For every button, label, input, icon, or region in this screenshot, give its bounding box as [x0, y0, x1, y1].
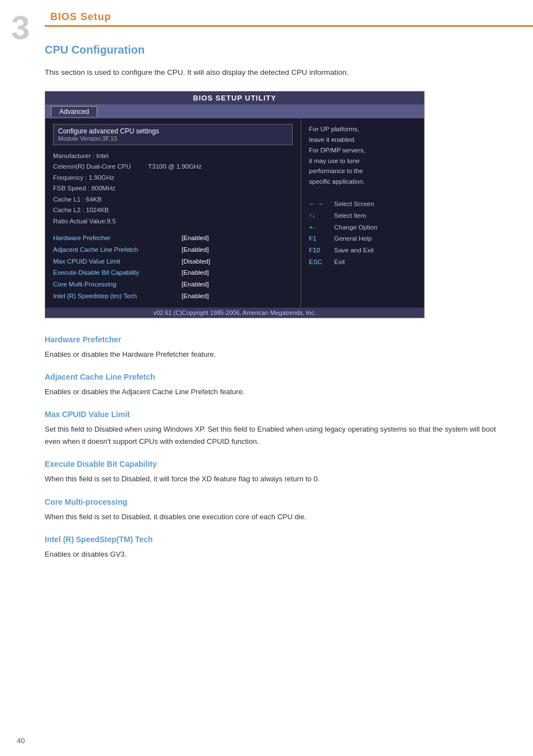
bios-feature-value: [Enabled]	[182, 267, 209, 279]
main-content: CPU Configuration This section is used t…	[45, 44, 511, 561]
bios-feature-label: Intel (R) Speedstep (tm) Tech	[53, 290, 182, 302]
bios-key: +-	[309, 222, 334, 233]
bios-key: ← →	[309, 198, 334, 210]
bios-configure-block: Configure advanced CPU settings Module V…	[53, 124, 293, 145]
bios-feature-label: Hardware Prefecher	[53, 232, 182, 244]
bios-right-panel: For UP platforms,leave it enabled.For DP…	[301, 118, 424, 308]
bios-info-label: Ratio Actual Value:9.5	[53, 216, 148, 227]
intro-text: This section is used to configure the CP…	[45, 66, 511, 79]
subsection-title-adjacent-cache-line-prefetch: Adjacent Cache Line Prefetch	[45, 372, 511, 381]
bios-feature-label: Adjacent Cache Line Prefetch	[53, 244, 182, 256]
bios-footer: v02.61 (C)Copyright 1985-2006, American …	[45, 308, 424, 318]
bios-feature-value: [Enabled]	[182, 290, 209, 302]
bios-tab-bar: Advanced	[45, 104, 424, 118]
bios-key: ESC	[309, 256, 334, 268]
bios-key-desc: Save and Exit	[334, 245, 374, 256]
bios-help-text: For UP platforms,leave it enabled.For DP…	[309, 124, 416, 188]
subsections-container: Hardware PrefetcherEnables or disables t…	[45, 335, 511, 561]
bios-info-row: Manufacturer : Intel	[53, 151, 293, 162]
bios-info-label: Frequency : 1.90GHz	[53, 173, 148, 184]
bios-info-label: Cache L2 : 1024KB	[53, 205, 148, 216]
bios-key-row: +-Change Option	[309, 222, 416, 233]
subsection-title-max-cpuid-value-limit: Max CPUID Value Limit	[45, 410, 511, 419]
bios-feature-row: Adjacent Cache Line Prefetch[Enabled]	[53, 244, 293, 256]
bios-key-desc: Select Item	[334, 210, 367, 222]
bios-feature-label: Max CPUID Value Limit	[53, 256, 182, 267]
bios-tab-advanced[interactable]: Advanced	[51, 106, 97, 117]
bios-help-line: specific application.	[309, 176, 416, 187]
bios-help-line: leave it enabled.	[309, 135, 416, 145]
bios-info-label: Celeron(R) Dual-Core CPU	[53, 161, 148, 173]
bios-feature-value: [Enabled]	[182, 232, 209, 244]
bios-info-row: Ratio Actual Value:9.5	[53, 216, 293, 227]
bios-info-row: FSB Speed : 800MHz	[53, 183, 293, 194]
bios-info-row: Frequency : 1.90GHz	[53, 173, 293, 184]
bios-configure-subtitle: Module Version:3F.15	[58, 135, 288, 142]
bios-info-row: Cache L2 : 1024KB	[53, 205, 293, 216]
bios-info-label: Manufacturer : Intel	[53, 151, 148, 162]
bios-help-line: For DP/MP servers,	[309, 145, 416, 156]
bios-key-row: F10Save and Exit	[309, 245, 416, 256]
bios-key-row: ESCExit	[309, 256, 416, 268]
bios-info-row: Cache L1 : 64KB	[53, 194, 293, 205]
bios-feature-row: Hardware Prefecher[Enabled]	[53, 232, 293, 244]
subsection-text-execute-disable-bit-capability: When this field is set to Disabled, it w…	[45, 473, 511, 485]
subsection-text-adjacent-cache-line-prefetch: Enables or disables the Adjacent Cache L…	[45, 386, 511, 398]
header-title: BIOS Setup	[50, 11, 111, 23]
subsection-text-hardware-prefetcher: Enables or disables the Hardware Prefetc…	[45, 348, 511, 360]
bios-feature-label: Core Multi-Processing	[53, 279, 182, 290]
subsection-text-intel-speedstep-tech: Enables or disables GV3.	[45, 548, 511, 560]
bios-key-legend: ← →Select Screen↑↓Select Item+-Change Op…	[309, 198, 416, 267]
bios-setup-utility-box: BIOS SETUP UTILITY Advanced Configure ad…	[45, 91, 425, 318]
bios-info-row: Celeron(R) Dual-Core CPUT3100 @ 1.90GHz	[53, 161, 293, 173]
subsection-text-max-cpuid-value-limit: Set this field to Disabled when using Wi…	[45, 423, 511, 447]
bios-key: ↑↓	[309, 210, 334, 222]
bios-feature-value: [Enabled]	[182, 279, 209, 290]
bios-features-table: Hardware Prefecher[Enabled]Adjacent Cach…	[53, 232, 293, 302]
bios-feature-value: [Disabled]	[182, 256, 210, 267]
section-title: CPU Configuration	[45, 44, 511, 56]
bios-info-value: T3100 @ 1.90GHz	[148, 161, 202, 173]
bios-body: Configure advanced CPU settings Module V…	[45, 118, 424, 308]
bios-help-line: performance to the	[309, 166, 416, 176]
bios-key-row: F1General Help	[309, 233, 416, 245]
subsection-title-intel-speedstep-tech: Intel (R) SpeedStep(TM) Tech	[45, 535, 511, 544]
bios-help-line: it may use to tune	[309, 156, 416, 166]
bios-key: F10	[309, 245, 334, 256]
bios-info-table: Manufacturer : IntelCeleron(R) Dual-Core…	[53, 151, 293, 227]
subsection-title-execute-disable-bit-capability: Execute Disable Bit Capability	[45, 460, 511, 468]
page-number: 40	[17, 736, 25, 745]
bios-help-line: For UP platforms,	[309, 124, 416, 135]
bios-key-desc: General Help	[334, 233, 372, 245]
subsection-title-hardware-prefetcher: Hardware Prefetcher	[45, 335, 511, 344]
subsection-title-core-multi-processing: Core Multi-processing	[45, 497, 511, 506]
bios-feature-row: Execute-Disable Bit Capability[Enabled]	[53, 267, 293, 279]
bios-info-label: Cache L1 : 64KB	[53, 194, 148, 205]
bios-configure-title: Configure advanced CPU settings	[58, 127, 288, 135]
bios-feature-row: Core Multi-Processing[Enabled]	[53, 279, 293, 290]
bios-title-bar: BIOS SETUP UTILITY	[45, 92, 424, 104]
header-bar: BIOS Setup	[45, 11, 533, 27]
bios-key: F1	[309, 233, 334, 245]
chapter-number: 3	[11, 11, 30, 45]
bios-feature-row: Max CPUID Value Limit[Disabled]	[53, 256, 293, 267]
bios-key-row: ← →Select Screen	[309, 198, 416, 210]
bios-key-desc: Change Option	[334, 222, 377, 233]
bios-feature-label: Execute-Disable Bit Capability	[53, 267, 182, 279]
bios-info-label: FSB Speed : 800MHz	[53, 183, 148, 194]
bios-feature-row: Intel (R) Speedstep (tm) Tech[Enabled]	[53, 290, 293, 302]
bios-key-row: ↑↓Select Item	[309, 210, 416, 222]
bios-left-panel: Configure advanced CPU settings Module V…	[45, 118, 301, 308]
subsection-text-core-multi-processing: When this field is set to Disabled, it d…	[45, 511, 511, 523]
bios-feature-value: [Enabled]	[182, 244, 209, 256]
bios-key-desc: Exit	[334, 256, 345, 268]
bios-key-desc: Select Screen	[334, 198, 374, 210]
